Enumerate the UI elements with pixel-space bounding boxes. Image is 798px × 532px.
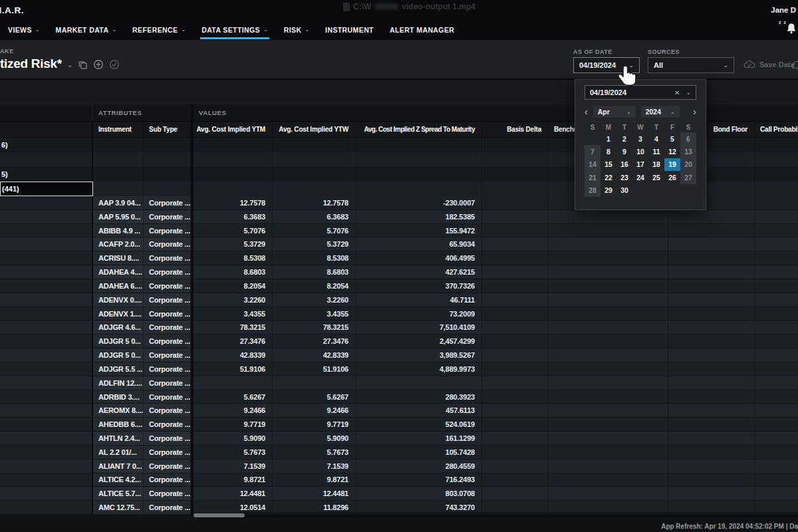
cell-call-probability	[755, 265, 798, 279]
calendar-day[interactable]: 9	[616, 145, 632, 158]
sources-select[interactable]: All ⌄	[648, 57, 734, 73]
date-input[interactable]: 04/19/2024 ✕ ⌄	[585, 85, 696, 100]
calendar-day[interactable]: 29	[600, 184, 616, 197]
calendar-day[interactable]: 2	[616, 132, 632, 145]
table-row[interactable]: ALIANT 7 0... Corporate ... 7.1539 7.153…	[0, 460, 798, 473]
calendar-day[interactable]: 5	[664, 132, 680, 145]
table-row[interactable]: ADLFIN 12.... Corporate ...	[0, 376, 798, 390]
table-row[interactable]: AHEDBB 6.... Corporate ... 9.7719 9.7719…	[0, 418, 798, 432]
table-row[interactable]: AHTLN 2.4... Corporate ... 5.9090 5.9090…	[0, 432, 798, 446]
calendar-day[interactable]: 19	[664, 158, 680, 171]
menu-item[interactable]: INSTRUMENT	[317, 20, 382, 40]
calendar-day[interactable]: 25	[648, 171, 664, 184]
calendar-day[interactable]: 8	[600, 145, 616, 158]
table-row[interactable]: ADJGR 5.5 ... Corporate ... 51.9106 51.9…	[0, 362, 798, 376]
table-row[interactable]: ALTICE 4.2... Corporate ... 9.8721 9.872…	[0, 473, 798, 487]
calendar-day[interactable]: 14	[585, 158, 600, 171]
calendar-day[interactable]	[664, 184, 680, 197]
table-row[interactable]: AEROMX 8.... Corporate ... 9.2466 9.2466…	[0, 404, 798, 418]
calendar-day[interactable]: 17	[632, 158, 648, 171]
table-row[interactable]: ADAHEA 4.... Corporate ... 8.6803 8.6803…	[0, 265, 798, 279]
user-name[interactable]: Jane D	[771, 6, 796, 14]
cell-bond-floor	[668, 334, 755, 348]
table-row[interactable]: ADJGR 5 0... Corporate ... 27.3476 27.34…	[0, 334, 798, 348]
table-row[interactable]: ACRISU 8.... Corporate ... 8.5308 8.5308…	[0, 251, 798, 265]
title-chevron-down-icon[interactable]: ⌄	[67, 61, 72, 68]
calendar-day[interactable]: 30	[616, 184, 632, 197]
next-month-button[interactable]: ›	[693, 107, 696, 116]
horizontal-scrollbar-thumb[interactable]	[194, 513, 245, 517]
prev-month-button[interactable]: ‹	[585, 107, 588, 116]
calendar-day[interactable]: 7	[585, 145, 600, 158]
table-row[interactable]: ADRBID 3.... Corporate ... 5.6267 5.6267…	[0, 390, 798, 404]
menu-item[interactable]: ALERT MANAGER	[382, 20, 462, 40]
table-row[interactable]: ABIBB 4.9 ... Corporate ... 5.7076 5.707…	[0, 224, 798, 238]
calendar-day[interactable]: 11	[648, 145, 664, 158]
year-select[interactable]: 2024 ⌄	[641, 106, 680, 118]
cell-instrument: AEROMX 8....	[93, 404, 144, 417]
calendar-day[interactable]	[632, 184, 648, 197]
month-select[interactable]: Apr ⌄	[593, 106, 636, 118]
calendar-day[interactable]: 22	[600, 171, 616, 184]
calendar-day[interactable]: 27	[680, 171, 696, 184]
copy-view-button[interactable]	[78, 60, 88, 70]
secondary-cloud-icon[interactable]	[791, 61, 798, 72]
save-data-button[interactable]: Save Data	[743, 60, 795, 69]
calendar-day[interactable]: 13	[680, 145, 696, 158]
add-view-button[interactable]	[93, 59, 104, 70]
clear-icon[interactable]: ✕	[674, 89, 680, 96]
calendar-day[interactable]: 12	[664, 145, 680, 158]
calendar-day[interactable]: 3	[632, 132, 648, 145]
header-instrument[interactable]: Instrument	[93, 122, 144, 137]
calendar-day[interactable]: 28	[585, 184, 600, 197]
cell-group-spacer	[0, 501, 93, 514]
cell-benchmark	[549, 307, 668, 321]
chevron-down-icon[interactable]: ⌄	[686, 89, 691, 96]
table-row[interactable]: ALTICE 5.7... Corporate ... 12.4481 12.4…	[0, 487, 798, 501]
calendar-day[interactable]: 10	[632, 145, 648, 158]
calendar-day[interactable]: 15	[600, 158, 616, 171]
menu-item[interactable]: VIEWS ⌄	[0, 20, 48, 40]
header-call-probability[interactable]: Call Probability	[755, 122, 798, 137]
validate-view-button[interactable]	[109, 59, 120, 70]
calendar-day[interactable]: 21	[585, 171, 600, 184]
calendar-day[interactable]: 4	[648, 132, 664, 145]
table-row[interactable]: ADAHEA 6.... Corporate ... 8.2054 8.2054…	[0, 279, 798, 293]
table-row[interactable]: ADENVX 1.... Corporate ... 3.4355 3.4355…	[0, 307, 798, 321]
notification-bell-icon[interactable]: z z	[785, 22, 798, 38]
cell-group-spacer	[0, 446, 93, 459]
as-of-date-select[interactable]: 04/19/2024 ⌄	[573, 57, 640, 73]
table-row[interactable]: AL 2.2 01/... Corporate ... 5.7673 5.767…	[0, 446, 798, 460]
header-z-spread-to-maturity[interactable]: Avg. Cost Implied Z Spread To Maturity	[356, 122, 482, 137]
menu-item[interactable]: DATA SETTINGS ⌄	[194, 20, 276, 40]
calendar-day[interactable]: 26	[664, 171, 680, 184]
as-of-date-value: 04/19/2024	[579, 61, 616, 69]
calendar-day[interactable]: 6	[680, 132, 696, 145]
calendar-day[interactable]	[585, 132, 600, 145]
horizontal-scrollbar[interactable]	[191, 512, 798, 518]
menu-item[interactable]: RISK ⌄	[276, 20, 317, 40]
calendar-day[interactable]: 1	[600, 132, 616, 145]
header-avg-cost-implied-ytm[interactable]: Avg. Cost Implied YTM	[191, 122, 273, 137]
chevron-down-icon: ⌄	[181, 27, 186, 33]
calendar-day[interactable]	[680, 184, 696, 197]
table-row[interactable]: ADENVX 0.... Corporate ... 3.2260 3.2260…	[0, 293, 798, 307]
calendar-day[interactable]: 20	[680, 158, 696, 171]
menu-item[interactable]: REFERENCE ⌄	[124, 20, 194, 40]
menu-item[interactable]: MARKET DATA ⌄	[48, 20, 125, 40]
calendar-day[interactable]: 18	[648, 158, 664, 171]
header-sub-type[interactable]: Sub Type	[144, 122, 191, 137]
table-row[interactable]: ADJGR 4.6... Corporate ... 78.3215 78.32…	[0, 321, 798, 334]
table-row[interactable]: ACAFP 2.0... Corporate ... 5.3729 5.3729…	[0, 237, 798, 251]
menu-item-label: MARKET DATA	[56, 26, 109, 34]
cell-basis-delta	[482, 390, 549, 404]
header-avg-cost-implied-ytw[interactable]: Avg. Cost Implied YTW	[273, 122, 356, 137]
table-row[interactable]: ADJGR 5 0... Corporate ... 42.8339 42.83…	[0, 348, 798, 362]
calendar-day[interactable]: 24	[632, 171, 648, 184]
calendar-day[interactable]	[648, 184, 664, 197]
calendar-day[interactable]: 23	[616, 171, 632, 184]
cell-z-spread: 524.0619	[356, 418, 482, 431]
table-row[interactable]: AAP 5.95 0... Corporate ... 6.3683 6.368…	[0, 210, 798, 224]
header-basis-delta[interactable]: Basis Delta	[482, 122, 549, 137]
calendar-day[interactable]: 16	[616, 158, 632, 171]
